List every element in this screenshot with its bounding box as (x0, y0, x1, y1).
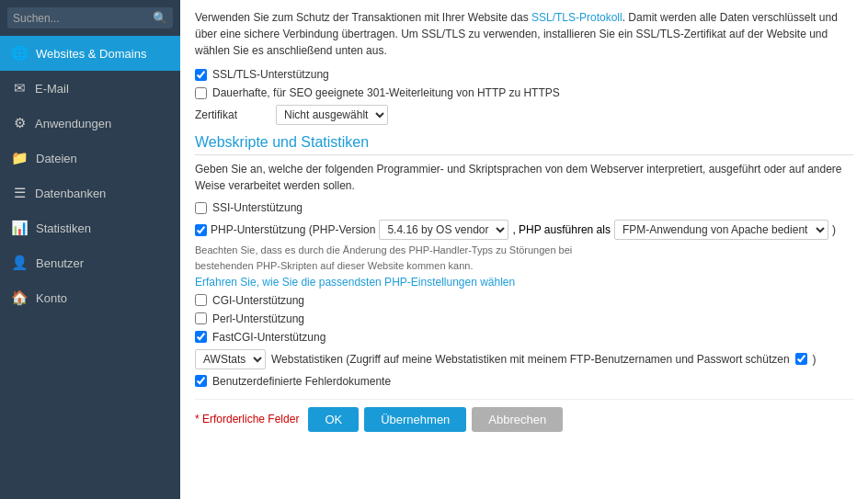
awstats-row: AWStats Webstatistiken (Zugriff auf mein… (195, 349, 853, 369)
custom-errors-checkbox[interactable] (195, 375, 207, 387)
databases-icon: ☰ (11, 185, 28, 201)
php-warning-line2: bestehenden PHP-Skripten auf dieser Webs… (195, 259, 853, 273)
cgi-label: CGI-Unterstützung (212, 294, 304, 307)
sidebar-item-account[interactable]: 🏠 Konto (0, 280, 180, 315)
email-icon: ✉ (11, 80, 28, 96)
fastcgi-checkbox-row: FastCGI-Unterstützung (195, 331, 853, 344)
webstats-protect-checkbox[interactable] (795, 353, 807, 365)
users-icon: 👤 (11, 255, 29, 271)
sidebar-item-apps[interactable]: ⚙ Anwendungen (0, 106, 180, 141)
sidebar-item-email-label: E-Mail (35, 82, 69, 96)
sidebar-item-websites[interactable]: 🌐 Websites & Domains (0, 36, 180, 71)
php-paren: ) (832, 223, 836, 236)
stats-icon: 📊 (11, 220, 29, 236)
sidebar-item-stats-label: Statistiken (36, 221, 91, 235)
php-row: PHP-Unterstützung (PHP-Version 5.4.16 by… (195, 220, 853, 240)
apply-button[interactable]: Übernehmen (364, 407, 466, 432)
webstats-label: Webstatistiken (Zugriff auf meine Websta… (271, 353, 790, 366)
apps-icon: ⚙ (11, 115, 28, 131)
ssi-label: SSI-Unterstützung (212, 201, 303, 214)
search-input[interactable] (13, 12, 153, 25)
ssl-link[interactable]: SSL/TLS-Protokoll (531, 11, 622, 24)
php-checkbox[interactable] (195, 224, 207, 236)
php-run-as-label: , PHP ausführen als (512, 223, 611, 236)
ssl-checkbox[interactable] (195, 69, 207, 81)
custom-errors-label: Benutzerdefinierte Fehlerdokumente (212, 375, 391, 388)
cert-select[interactable]: Nicht ausgewählt (276, 105, 388, 125)
cgi-checkbox[interactable] (195, 294, 207, 306)
sidebar: 🔍 🌐 Websites & Domains ✉ E-Mail ⚙ Anwend… (0, 0, 180, 499)
redirect-checkbox-row: Dauerhafte, für SEO geeignete 301-Weiter… (195, 86, 853, 99)
intro-text: Verwenden Sie zum Schutz der Transaktion… (195, 9, 853, 59)
search-box[interactable]: 🔍 (7, 7, 173, 28)
cert-row: Zertifikat Nicht ausgewählt (195, 105, 853, 125)
sidebar-item-users[interactable]: 👤 Benutzer (0, 245, 180, 280)
sidebar-item-files[interactable]: 📁 Dateien (0, 141, 180, 176)
redirect-label: Dauerhafte, für SEO geeignete 301-Weiter… (212, 86, 560, 99)
sidebar-item-account-label: Konto (36, 291, 67, 305)
ok-button[interactable]: OK (308, 407, 359, 432)
sidebar-item-databases-label: Datenbanken (35, 187, 106, 200)
files-icon: 📁 (11, 150, 29, 166)
footer-bar: * Erforderliche Felder OK Übernehmen Abb… (195, 399, 853, 432)
sidebar-item-databases[interactable]: ☰ Datenbanken (0, 176, 180, 210)
section-title: Webskripte und Statistiken (195, 134, 853, 155)
php-settings-link[interactable]: Erfahren Sie, wie Sie die passendsten PH… (195, 276, 515, 289)
account-icon: 🏠 (11, 289, 29, 306)
fastcgi-checkbox[interactable] (195, 331, 207, 343)
php-version-select[interactable]: 5.4.16 by OS vendor (379, 220, 508, 240)
cancel-button[interactable]: Abbrechen (472, 407, 563, 432)
cgi-checkbox-row: CGI-Unterstützung (195, 294, 853, 307)
perl-checkbox[interactable] (195, 312, 207, 324)
globe-icon: 🌐 (11, 45, 29, 62)
required-note: * Erforderliche Felder (195, 413, 299, 425)
php-warning-line1: Beachten Sie, dass es durch die Änderung… (195, 244, 853, 257)
section-desc: Geben Sie an, welche der folgenden Progr… (195, 161, 853, 194)
perl-checkbox-row: Perl-Unterstützung (195, 312, 853, 325)
perl-label: Perl-Unterstützung (212, 312, 304, 325)
ssl-checkbox-row: SSL/TLS-Unterstützung (195, 68, 853, 81)
sidebar-item-stats[interactable]: 📊 Statistiken (0, 210, 180, 245)
fastcgi-label: FastCGI-Unterstützung (212, 331, 326, 344)
webstats-paren: ) (813, 353, 817, 366)
custom-errors-checkbox-row: Benutzerdefinierte Fehlerdokumente (195, 375, 853, 388)
sidebar-item-apps-label: Anwendungen (35, 117, 111, 130)
ssl-label: SSL/TLS-Unterstützung (212, 68, 329, 81)
search-icon: 🔍 (153, 11, 167, 25)
ssi-checkbox[interactable] (195, 202, 207, 214)
main-content: Verwenden Sie zum Schutz der Transaktion… (180, 0, 868, 499)
sidebar-item-email[interactable]: ✉ E-Mail (0, 71, 180, 106)
sidebar-item-files-label: Dateien (36, 152, 77, 165)
php-handler-select[interactable]: FPM-Anwendung von Apache bedient (614, 220, 828, 240)
php-label: PHP-Unterstützung (PHP-Version (211, 223, 375, 236)
php-warning: Beachten Sie, dass es durch die Änderung… (195, 244, 853, 289)
ssi-checkbox-row: SSI-Unterstützung (195, 201, 853, 214)
sidebar-item-websites-label: Websites & Domains (36, 47, 146, 61)
redirect-checkbox[interactable] (195, 87, 207, 99)
cert-label: Zertifikat (195, 108, 268, 121)
awstats-select[interactable]: AWStats (195, 349, 266, 369)
sidebar-item-users-label: Benutzer (36, 256, 84, 270)
